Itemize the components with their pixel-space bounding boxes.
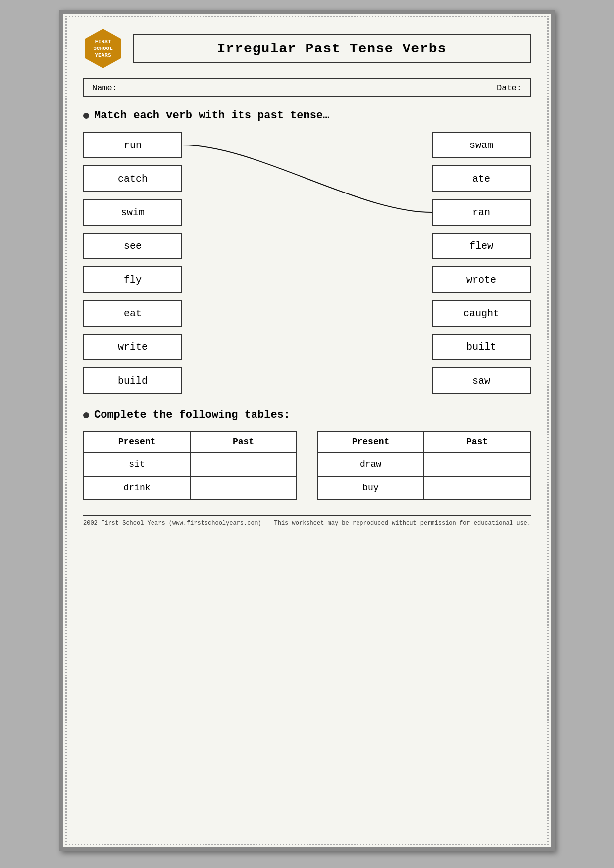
footer-left: 2002 First School Years (www.firstschool… — [83, 520, 261, 527]
footer: 2002 First School Years (www.firstschool… — [83, 515, 531, 527]
table2: Present Past draw buy — [317, 431, 531, 500]
logo-line1: FIRST — [95, 38, 111, 45]
word-box-catch: catch — [83, 165, 182, 192]
complete-instruction: Complete the following tables: — [83, 409, 531, 421]
table2-row2-present: buy — [317, 476, 424, 500]
word-box-see: see — [83, 233, 182, 259]
word-box-wrote: wrote — [432, 266, 531, 293]
word-box-saw: saw — [432, 367, 531, 394]
word-box-swim: swim — [83, 199, 182, 226]
table2-row1-past[interactable] — [424, 452, 530, 476]
logo: FIRST SCHOOL YEARS — [83, 29, 123, 68]
footer-right: This worksheet may be reproduced without… — [274, 520, 531, 527]
table-row: draw — [317, 452, 530, 476]
word-box-eat: eat — [83, 300, 182, 327]
word-box-ate: ate — [432, 165, 531, 192]
name-label: Name: — [92, 83, 117, 93]
word-box-swam: swam — [432, 132, 531, 158]
table-row: drink — [84, 476, 297, 500]
table1-row1-present: sit — [84, 452, 190, 476]
table1-row2-past[interactable] — [190, 476, 297, 500]
word-box-flew: flew — [432, 233, 531, 259]
table2-col1-header: Present — [317, 432, 424, 452]
table2-row1-present: draw — [317, 452, 424, 476]
table-row: sit — [84, 452, 297, 476]
header: FIRST SCHOOL YEARS Irregular Past Tense … — [83, 29, 531, 68]
bullet-match — [83, 113, 89, 119]
table-row: buy — [317, 476, 530, 500]
word-box-caught: caught — [432, 300, 531, 327]
match-instruction: Match each verb with its past tense… — [83, 109, 531, 122]
page-title: Irregular Past Tense Verbs — [133, 34, 531, 63]
word-box-write: write — [83, 334, 182, 360]
table1: Present Past sit drink — [83, 431, 297, 500]
date-label: Date: — [497, 83, 522, 93]
table1-row2-present: drink — [84, 476, 190, 500]
word-box-build: build — [83, 367, 182, 394]
word-box-fly: fly — [83, 266, 182, 293]
table1-col2-header: Past — [190, 432, 297, 452]
word-box-built: built — [432, 334, 531, 360]
right-word-column: swam ate ran flew wrote caught built saw — [432, 132, 531, 394]
table2-row2-past[interactable] — [424, 476, 530, 500]
worksheet-page: FIRST SCHOOL YEARS Irregular Past Tense … — [59, 10, 555, 851]
tables-row: Present Past sit drink Present — [83, 431, 531, 500]
name-date-bar: Name: Date: — [83, 78, 531, 97]
logo-line2: SCHOOL — [93, 45, 113, 52]
word-box-ran: ran — [432, 199, 531, 226]
matching-area: run catch swim see fly eat write build s… — [83, 132, 531, 394]
table2-col2-header: Past — [424, 432, 530, 452]
word-box-run: run — [83, 132, 182, 158]
logo-line3: YEARS — [95, 52, 111, 59]
left-word-column: run catch swim see fly eat write build — [83, 132, 182, 394]
table1-col1-header: Present — [84, 432, 190, 452]
bullet-complete — [83, 412, 89, 418]
table1-row1-past[interactable] — [190, 452, 297, 476]
